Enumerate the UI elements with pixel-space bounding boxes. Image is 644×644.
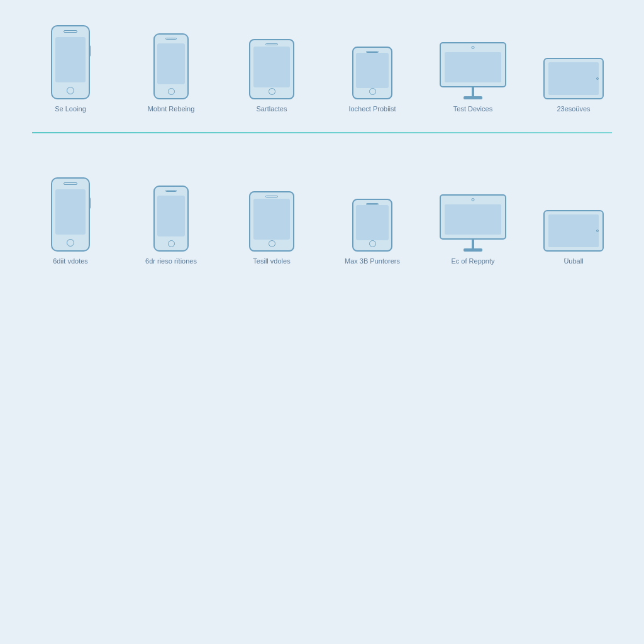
side-btn-7 bbox=[89, 197, 91, 209]
device-label-7: 6diit vdotes bbox=[53, 257, 88, 265]
monitor-icon-5 bbox=[440, 42, 506, 99]
speaker-8 bbox=[165, 190, 177, 192]
phone-tall-icon-1 bbox=[51, 25, 90, 99]
monitor-inner-11 bbox=[445, 204, 501, 235]
device-label-11: Ec of Reppnty bbox=[451, 257, 494, 265]
screen-4 bbox=[356, 53, 389, 88]
device-label-10: Max 3B Puntorers bbox=[345, 257, 400, 265]
section-top: Se Looing Mobnt Rebeing Sartlactes Ioche… bbox=[0, 0, 644, 126]
device-label-2: Mobnt Rebeing bbox=[148, 104, 195, 113]
device-group-2: Mobnt Rebeing bbox=[124, 33, 218, 113]
device-group-7: 6diit vdotes bbox=[23, 177, 118, 265]
device-group-11: Ec of Reppnty bbox=[426, 194, 520, 265]
monitor-stand-5 bbox=[472, 87, 474, 96]
side-btn-1 bbox=[89, 45, 91, 57]
device-group-8: 6dr rieso rïtiones bbox=[124, 186, 218, 265]
device-group-4: Iochect Probiist bbox=[325, 47, 419, 113]
home-btn-2 bbox=[168, 88, 175, 95]
monitor-base-5 bbox=[464, 96, 482, 99]
screen-2 bbox=[157, 43, 185, 84]
screen-12 bbox=[548, 214, 599, 247]
screen-9 bbox=[253, 199, 290, 240]
device-label-6: 23esoüves bbox=[557, 104, 590, 113]
tablet-landscape-icon-12 bbox=[543, 210, 604, 252]
speaker-3 bbox=[265, 43, 278, 45]
device-group-6: 23esoüves bbox=[526, 58, 621, 113]
speaker-7 bbox=[64, 182, 77, 185]
device-group-9: Tesill vdoles bbox=[225, 191, 319, 265]
screen-1 bbox=[55, 37, 86, 82]
speaker-9 bbox=[265, 196, 278, 197]
device-group-12: Üuball bbox=[526, 210, 621, 265]
tablet-portrait-icon-3 bbox=[249, 39, 294, 99]
device-group-3: Sartlactes bbox=[225, 39, 319, 113]
phone-medium-icon-8 bbox=[153, 186, 189, 252]
device-label-5: Test Devices bbox=[453, 104, 492, 113]
tablet-small-icon-10 bbox=[352, 199, 392, 252]
phone-medium-icon-2 bbox=[153, 33, 189, 99]
device-label-12: Üuball bbox=[564, 257, 583, 265]
cam-12 bbox=[596, 230, 599, 232]
home-btn-8 bbox=[168, 240, 175, 247]
cam-5 bbox=[472, 46, 475, 49]
screen-7 bbox=[55, 189, 86, 235]
screen-10 bbox=[356, 205, 389, 240]
phone-tall-icon-7 bbox=[51, 177, 90, 252]
home-btn-4 bbox=[369, 88, 376, 95]
device-group-10: Max 3B Puntorers bbox=[325, 199, 419, 265]
screen-8 bbox=[157, 196, 185, 236]
device-group-5: Test Devices bbox=[426, 42, 520, 113]
home-btn-10 bbox=[369, 240, 376, 247]
home-btn-7 bbox=[67, 239, 74, 247]
tablet-small-icon-4 bbox=[352, 47, 392, 99]
device-label-1: Se Looing bbox=[55, 104, 86, 113]
speaker-1 bbox=[64, 30, 77, 33]
device-label-9: Tesill vdoles bbox=[253, 257, 290, 265]
device-label-4: Iochect Probiist bbox=[348, 104, 396, 113]
monitor-stand-11 bbox=[472, 240, 474, 248]
cam-11 bbox=[472, 198, 475, 201]
cam-6 bbox=[596, 77, 599, 80]
monitor-icon-11 bbox=[440, 194, 506, 252]
monitor-screen-11 bbox=[440, 194, 506, 240]
screen-6 bbox=[548, 62, 599, 95]
monitor-screen-5 bbox=[440, 42, 506, 87]
home-btn-9 bbox=[269, 240, 275, 247]
screen-3 bbox=[253, 47, 290, 87]
speaker-2 bbox=[165, 38, 177, 40]
section-bottom: 6diit vdotes 6dr rieso rïtiones Tesill v… bbox=[0, 140, 644, 278]
tablet-landscape-icon-6 bbox=[543, 58, 604, 99]
section-divider bbox=[32, 132, 612, 133]
tablet-portrait-icon-9 bbox=[249, 191, 294, 252]
device-label-8: 6dr rieso rïtiones bbox=[145, 257, 197, 265]
device-group-1: Se Looing bbox=[23, 25, 118, 113]
monitor-base-11 bbox=[464, 248, 482, 252]
home-btn-1 bbox=[67, 87, 74, 94]
home-btn-3 bbox=[269, 88, 275, 95]
monitor-inner-5 bbox=[445, 52, 501, 82]
device-label-3: Sartlactes bbox=[257, 104, 287, 113]
